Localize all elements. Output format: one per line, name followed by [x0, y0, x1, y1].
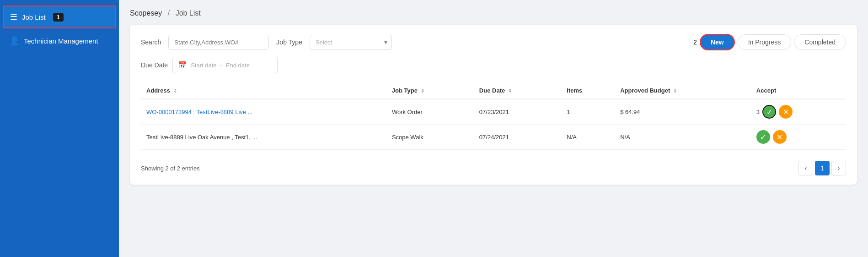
status-buttons: 2 New In Progress Completed [693, 34, 846, 50]
next-page-button[interactable]: › [831, 161, 846, 175]
col-due-date: Due Date ⇕ [474, 82, 561, 99]
table-row: TestLive-8889 Live Oak Avenue , Test1, .… [141, 125, 846, 150]
sidebar-item-label: Technician Management [24, 37, 98, 45]
breadcrumb-current: Job List [176, 9, 201, 17]
status-completed-button[interactable]: Completed [794, 34, 846, 50]
sidebar-item-technician-management[interactable]: 👤 Technician Management [0, 29, 119, 52]
start-date-placeholder: Start date [191, 62, 216, 69]
job-table: Address ⇕ Job Type ⇕ Due Date ⇕ Items [141, 82, 846, 150]
job-type-label: Job Type [276, 38, 302, 46]
badge-2: 2 [693, 38, 697, 46]
accept-cell-2: ✓ ✕ [756, 130, 841, 144]
breadcrumb-parent: Scopesey [130, 9, 162, 17]
table-header-row: Address ⇕ Job Type ⇕ Due Date ⇕ Items [141, 82, 846, 99]
end-date-placeholder: End date [226, 62, 250, 69]
cell-address-2: TestLive-8889 Live Oak Avenue , Test1, .… [141, 125, 386, 150]
sort-icon-job-type: ⇕ [421, 88, 424, 93]
cell-budget-1: $ 64.94 [615, 99, 751, 125]
cell-job-type-1: Work Order [386, 99, 474, 125]
col-job-type: Job Type ⇕ [386, 82, 474, 99]
accept-check-button-2[interactable]: ✓ [756, 130, 770, 144]
col-approved-budget: Approved Budget ⇕ [615, 82, 751, 99]
search-input[interactable] [168, 35, 269, 50]
status-in-progress-button[interactable]: In Progress [738, 34, 792, 50]
cell-address-1: WO-0000173994 : TestLive-8889 Live ... [141, 99, 386, 125]
cell-budget-2: N/A [615, 125, 751, 150]
address-link-1[interactable]: WO-0000173994 : TestLive-8889 Live ... [146, 109, 252, 115]
job-type-select[interactable]: Select Work Order Scope Walk [310, 35, 392, 50]
list-icon: ☰ [10, 12, 17, 22]
sidebar-item-job-list[interactable]: ☰ Job List 1 [3, 5, 116, 28]
pagination: ‹ 1 › [798, 161, 846, 175]
date-range-input[interactable]: 📅 Start date - End date [172, 57, 278, 73]
col-items: Items [561, 82, 615, 99]
accept-x-button-1[interactable]: ✕ [779, 105, 793, 119]
sidebar: ☰ Job List 1 👤 Technician Management [0, 0, 119, 257]
search-label: Search [141, 38, 161, 46]
job-list-card: Search Job Type Select Work Order Scope … [130, 25, 857, 185]
table-footer: Showing 2 of 2 entries ‹ 1 › [141, 157, 846, 175]
cell-job-type-2: Scope Walk [386, 125, 474, 150]
breadcrumb: Scopesey / Job List [130, 9, 857, 17]
calendar-icon: 📅 [178, 61, 187, 69]
page-1-button[interactable]: 1 [815, 161, 830, 175]
cell-accept-1: 3 ✓ ✕ [751, 99, 846, 125]
cell-items-1: 1 [561, 99, 615, 125]
cell-due-date-2: 07/24/2021 [474, 125, 561, 150]
person-icon: 👤 [9, 36, 19, 46]
sort-icon-due-date: ⇕ [508, 88, 512, 93]
prev-page-button[interactable]: ‹ [798, 161, 813, 175]
job-type-select-wrapper: Select Work Order Scope Walk [310, 35, 392, 50]
sort-icon-budget: ⇕ [673, 88, 677, 93]
accept-cell-1: 3 ✓ ✕ [756, 105, 841, 119]
accept-check-button-1[interactable]: ✓ [762, 105, 776, 119]
badge-3: 3 [756, 109, 760, 115]
cell-due-date-1: 07/23/2021 [474, 99, 561, 125]
col-address: Address ⇕ [141, 82, 386, 99]
cell-accept-2: ✓ ✕ [751, 125, 846, 150]
date-separator: - [220, 62, 222, 69]
sidebar-badge-1: 1 [53, 13, 64, 22]
table-row: WO-0000173994 : TestLive-8889 Live ... W… [141, 99, 846, 125]
due-date-label: Due Date [141, 61, 168, 69]
main-content: Scopesey / Job List Search Job Type Sele… [119, 0, 868, 257]
sidebar-item-label: Job List [22, 13, 46, 21]
breadcrumb-separator: / [168, 9, 170, 17]
status-new-button[interactable]: New [700, 34, 735, 50]
entries-count: Showing 2 of 2 entries [141, 165, 200, 172]
sort-icon-address: ⇕ [173, 88, 177, 93]
duedate-row: Due Date 📅 Start date - End date [141, 57, 846, 73]
cell-items-2: N/A [561, 125, 615, 150]
accept-x-button-2[interactable]: ✕ [773, 130, 787, 144]
filters-row: Search Job Type Select Work Order Scope … [141, 34, 846, 50]
col-accept: Accept [751, 82, 846, 99]
